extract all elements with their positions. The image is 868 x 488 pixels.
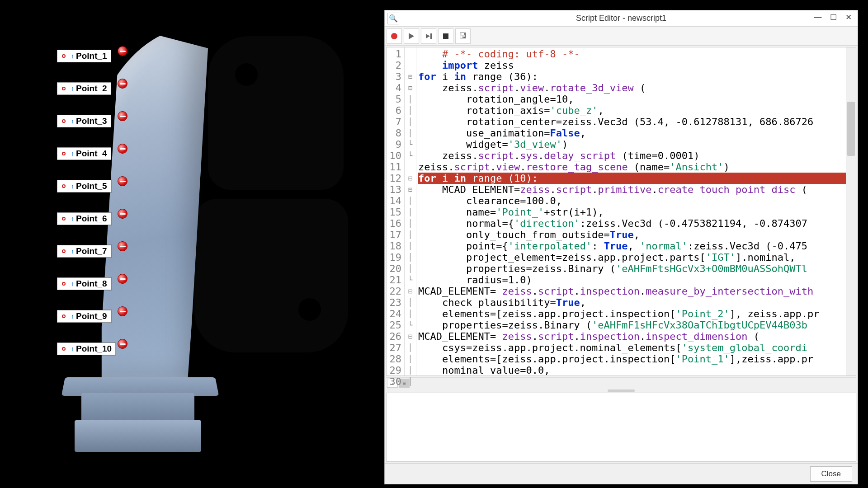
point-label[interactable]: ↑Point_1 — [57, 50, 111, 62]
point-label[interactable]: ↑Point_9 — [57, 310, 111, 323]
point-name: Point_5 — [76, 181, 107, 191]
point-icon — [59, 279, 68, 288]
code-editor[interactable]: 1234567891011121314151617181920212223242… — [386, 47, 856, 376]
arrow-up-icon: ↑ — [71, 117, 74, 125]
dialog-footer: Close — [385, 463, 858, 484]
point-label[interactable]: ↑Point_3 — [57, 115, 111, 127]
editor-toolbar: 🖫 — [385, 27, 858, 46]
point-marker[interactable] — [118, 306, 127, 316]
3d-viewport[interactable]: ↑Point_1↑Point_2↑Point_3↑Point_4↑Point_5… — [0, 0, 383, 488]
point-name: Point_1 — [76, 51, 107, 61]
arrow-up-icon: ↑ — [71, 215, 74, 222]
titlebar[interactable]: 🔍 Script Editor - newscript1 — ☐ ✕ — [385, 10, 858, 27]
point-marker[interactable] — [118, 176, 127, 186]
window-title: Script Editor - newscript1 — [385, 14, 858, 23]
point-marker[interactable] — [118, 274, 127, 284]
horizontal-scroll-row[interactable]: · ≡ — [386, 377, 856, 388]
arrow-up-icon: ↑ — [71, 345, 74, 352]
point-icon — [59, 117, 68, 126]
close-button[interactable]: Close — [810, 466, 852, 482]
line-number-gutter: 1234567891011121314151617181920212223242… — [387, 47, 405, 375]
point-icon — [59, 214, 68, 223]
point-icon — [59, 312, 68, 321]
arrow-up-icon: ↑ — [71, 150, 74, 157]
point-label[interactable]: ↑Point_10 — [57, 343, 116, 355]
arrow-up-icon: ↑ — [71, 248, 74, 255]
maximize-button[interactable]: ☐ — [826, 11, 840, 23]
point-marker[interactable] — [118, 79, 127, 89]
point-label[interactable]: ↑Point_2 — [57, 82, 111, 95]
arrow-up-icon: ↑ — [71, 52, 74, 60]
point-marker[interactable] — [118, 46, 127, 56]
point-icon — [59, 247, 68, 256]
point-label[interactable]: ↑Point_7 — [57, 245, 111, 258]
point-name: Point_8 — [76, 279, 107, 289]
point-icon — [59, 52, 68, 61]
arrow-up-icon: ↑ — [71, 280, 74, 287]
run-button[interactable] — [404, 28, 419, 44]
point-marker[interactable] — [118, 241, 127, 251]
code-text[interactable]: # -*- coding: utf-8 -*- import zeissfor … — [416, 47, 856, 375]
point-name: Point_3 — [76, 116, 107, 126]
minimize-button[interactable]: — — [811, 11, 825, 23]
search-button[interactable]: 🔍 — [387, 13, 399, 24]
point-label[interactable]: ↑Point_6 — [57, 212, 111, 225]
point-icon — [59, 344, 68, 353]
step-button[interactable] — [421, 28, 436, 44]
point-name: Point_6 — [76, 214, 107, 224]
save-button[interactable]: 🖫 — [455, 28, 471, 44]
point-marker[interactable] — [118, 111, 127, 121]
point-label[interactable]: ↑Point_4 — [57, 147, 111, 160]
arrow-up-icon: ↑ — [71, 85, 74, 92]
record-button[interactable] — [387, 28, 402, 44]
point-name: Point_10 — [76, 344, 112, 354]
script-editor-window: 🔍 Script Editor - newscript1 — ☐ ✕ 🖫 123… — [384, 10, 858, 484]
output-console[interactable] — [386, 393, 856, 462]
point-label[interactable]: ↑Point_5 — [57, 180, 111, 192]
point-marker[interactable] — [118, 144, 127, 154]
turbine-blade-model[interactable] — [32, 9, 222, 461]
close-window-button[interactable]: ✕ — [841, 11, 856, 23]
point-icon — [59, 182, 68, 191]
point-name: Point_9 — [76, 311, 107, 321]
stop-button[interactable] — [438, 28, 453, 44]
point-name: Point_4 — [76, 149, 107, 159]
point-name: Point_2 — [76, 84, 107, 94]
fold-column[interactable]: ⊟⊟││││└└⊟⊟│││││││└⊟││└⊟││││ — [405, 47, 416, 375]
search-icon: 🔍 — [389, 14, 398, 23]
point-icon — [59, 84, 68, 93]
point-marker[interactable] — [118, 339, 127, 349]
splitter-handle[interactable] — [385, 388, 858, 393]
point-name: Point_7 — [76, 246, 107, 256]
point-icon — [59, 149, 68, 158]
arrow-up-icon: ↑ — [71, 183, 74, 190]
point-label[interactable]: ↑Point_8 — [57, 277, 111, 290]
point-marker[interactable] — [118, 209, 127, 219]
arrow-up-icon: ↑ — [71, 313, 74, 320]
vertical-scrollbar[interactable] — [846, 47, 856, 375]
